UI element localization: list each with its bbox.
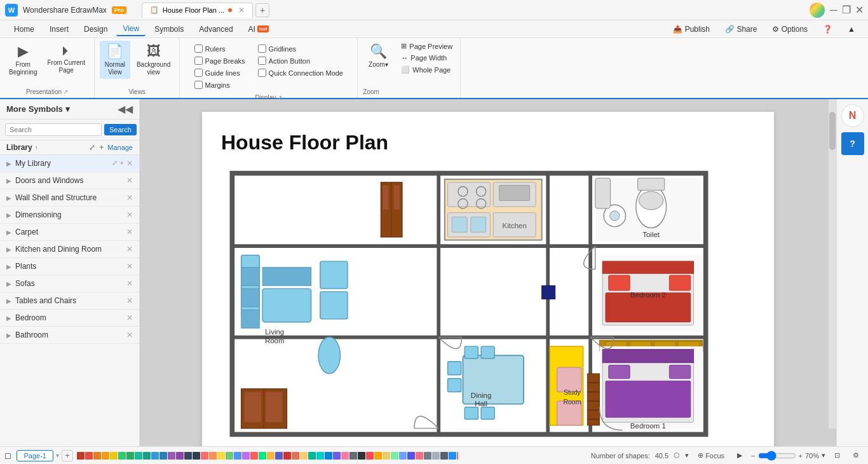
bedroom-close[interactable]: ✕ [126,313,133,322]
presentation-expand-icon[interactable]: ↗ [63,88,68,95]
library-add-button[interactable]: + [99,143,104,152]
color-swatch[interactable] [275,452,283,460]
color-swatch[interactable] [176,452,184,460]
sidebar-item-dimensioning[interactable]: ▶ Dimensioning ✕ [0,207,139,224]
bathroom-close[interactable]: ✕ [126,331,133,339]
search-input[interactable] [5,123,102,136]
page-tab-arrow[interactable]: ▾ [56,452,59,459]
rulers-checkbox[interactable]: Rulers [192,43,248,54]
color-swatch[interactable] [110,452,118,460]
sidebar-item-tables-chairs[interactable]: ▶ Tables and Chairs ✕ [0,292,139,310]
color-swatch[interactable] [374,452,382,460]
color-swatch[interactable] [85,452,93,460]
gridlines-checkbox[interactable]: Gridlines [255,43,346,54]
color-swatch[interactable] [308,452,316,460]
color-swatch[interactable] [242,452,250,460]
margins-checkbox[interactable]: Margins [192,79,248,90]
shape-arrow[interactable]: ▾ [685,451,689,460]
page-breaks-checkbox[interactable]: Page Breaks [192,55,248,66]
share-button[interactable]: 🔗 Share [720,23,762,36]
color-swatch[interactable] [325,452,332,460]
color-swatch[interactable] [193,452,200,460]
color-swatch[interactable] [399,452,407,460]
menu-home[interactable]: Home [8,23,41,36]
close-button[interactable]: ✕ [855,6,863,14]
color-swatch[interactable] [102,452,109,460]
menu-ai[interactable]: AI hot [242,23,276,36]
color-swatch[interactable] [209,452,217,460]
scrollbar-thumb[interactable] [829,112,836,150]
sidebar-item-bathroom[interactable]: ▶ Bathroom ✕ [0,327,139,344]
play-button[interactable]: ▶ [733,450,746,461]
color-swatch[interactable] [259,452,266,460]
settings-button[interactable]: ⚙ [849,450,863,461]
color-swatch[interactable] [159,452,167,460]
sidebar-item-wall-shell[interactable]: ▶ Wall Shell and Structure ✕ [0,189,139,207]
floor-plan-svg[interactable]: Living Room [221,167,717,440]
color-swatch[interactable] [457,452,458,460]
color-swatch[interactable] [300,452,308,460]
margins-input[interactable] [194,81,203,89]
zoom-slider[interactable] [758,451,796,461]
doc-tab[interactable]: 📋 House Floor Plan ... ✕ [142,3,253,18]
sidebar-collapse-button[interactable]: ◀◀ [118,103,133,115]
focus-button[interactable]: ⊕ Focus [694,450,728,461]
new-tab-button[interactable]: + [255,3,269,17]
vertical-scrollbar[interactable] [829,99,836,428]
add-page-button[interactable]: + [62,450,73,461]
my-library-add-icon[interactable]: + [120,159,124,168]
page-layout-toggle[interactable]: □ [5,451,10,461]
help-panel-button[interactable]: ? [841,132,864,155]
canvas-scroll[interactable]: House Floor Plan [140,99,836,446]
color-swatch[interactable] [168,452,175,460]
collapse-ribbon-button[interactable]: ▲ [843,23,860,36]
options-button[interactable]: ⚙ Options [767,23,813,36]
restore-button[interactable]: ❐ [843,6,850,14]
sidebar-item-sofas[interactable]: ▶ Sofas ✕ [0,275,139,292]
canvas-area[interactable]: House Floor Plan [140,99,836,446]
color-swatch[interactable] [217,452,225,460]
zoom-in-button[interactable]: + [799,452,803,460]
rulers-input[interactable] [194,44,203,53]
wall-shell-close[interactable]: ✕ [126,193,133,202]
search-button[interactable]: Search [104,124,137,135]
sidebar-item-my-library[interactable]: ▶ My Library ⤢ + ✕ [0,155,139,172]
color-swatch[interactable] [126,452,134,460]
zoom-out-button[interactable]: − [751,452,755,460]
whole-page-button[interactable]: ⬜ Whole Page [398,64,455,75]
normal-view-button[interactable]: 📄 NormalView [100,41,130,79]
color-swatch[interactable] [358,452,365,460]
sidebar-item-bedroom[interactable]: ▶ Bedroom ✕ [0,310,139,327]
quick-connection-input[interactable] [258,69,266,77]
color-swatch[interactable] [316,452,324,460]
guide-lines-checkbox[interactable]: Guide lines [192,67,248,78]
my-library-close-icon[interactable]: ✕ [126,159,133,168]
color-swatch[interactable] [77,452,85,460]
color-swatch[interactable] [201,452,208,460]
color-swatch[interactable] [341,452,349,460]
menu-view[interactable]: View [116,22,146,36]
color-swatch[interactable] [184,452,192,460]
color-swatch[interactable] [135,452,142,460]
color-swatch[interactable] [366,452,374,460]
gridlines-input[interactable] [258,44,266,53]
sidebar-item-plants[interactable]: ▶ Plants ✕ [0,258,139,275]
tab-close-icon[interactable]: ✕ [238,6,245,15]
action-button-input[interactable] [258,57,266,65]
doors-windows-close[interactable]: ✕ [126,176,133,185]
plants-close[interactable]: ✕ [126,262,133,271]
my-library-expand-icon[interactable]: ⤢ [112,159,118,168]
right-panel-logo-button[interactable]: N [841,104,864,127]
color-swatch[interactable] [432,452,440,460]
color-swatch[interactable] [267,452,275,460]
color-swatch[interactable] [407,452,415,460]
manage-button[interactable]: Manage [107,144,133,151]
carpet-close[interactable]: ✕ [126,228,133,236]
page-breaks-input[interactable] [194,57,203,65]
color-swatch[interactable] [292,452,299,460]
zoom-button[interactable]: 🔍 Zoom▾ [363,41,393,71]
sofas-close[interactable]: ✕ [126,279,133,288]
menu-advanced[interactable]: Advanced [193,23,239,36]
color-swatch[interactable] [449,452,456,460]
page-tab-1[interactable]: Page-1 [17,450,53,461]
